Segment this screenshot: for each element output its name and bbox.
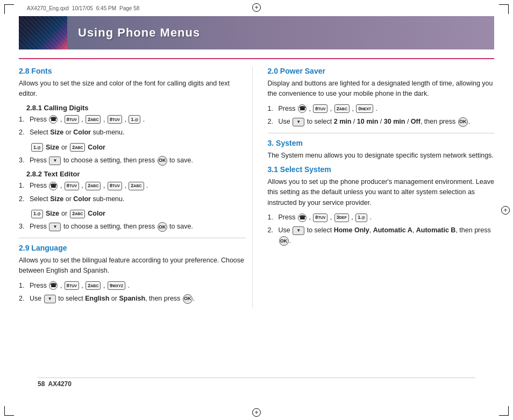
list-item: 2. Use ▼ to select 2 min / 10 min / 30 m… xyxy=(268,117,495,127)
page-footer: 58 AX4270 xyxy=(38,378,475,388)
list-item: 1. Press ☎ , 8TUV , 2ABC , 8TUV , 1.@ xyxy=(19,115,246,125)
section-2-0-intro: Display and buttons are lighted for a de… xyxy=(268,79,495,99)
key-2-color2: 2ABC xyxy=(70,210,85,218)
phone-key-ps: ☎ xyxy=(298,104,307,113)
section-2-0-heading: 2.0 Power Saver xyxy=(268,67,495,75)
section-2-9-heading: 2.9 Language xyxy=(19,244,246,252)
subsection-2-8-2-steps: 1. Press ☎ , 8TUV , 2ABC , 8TUV , 2ABC xyxy=(19,181,246,204)
separator-1 xyxy=(19,238,246,238)
phone-key-sys: ☎ xyxy=(298,213,307,222)
nav-key: ▼ xyxy=(49,156,61,165)
page-title: Using Phone Menus xyxy=(78,26,200,40)
list-item: 2. Use ▼ to select Home Only, Automatic … xyxy=(268,225,495,246)
list-item: 2. Use ▼ to select English or Spanish, t… xyxy=(19,294,246,304)
crop-mark-tr xyxy=(499,4,509,14)
subsection-2-8-1-step3: 3. Press ▼ to choose a setting, then pre… xyxy=(19,155,246,166)
list-item: 2. Select Size or Color sub-menu. xyxy=(19,194,246,204)
ok-key-2: OK xyxy=(158,222,167,232)
key-8-lang: 8TUV xyxy=(65,281,79,290)
crop-mark-tl xyxy=(4,4,14,14)
key-2-abc: 2ABC xyxy=(86,115,101,124)
header-image xyxy=(19,16,67,49)
ok-key-ps: OK xyxy=(458,117,468,127)
ok-key-lang: OK xyxy=(183,294,193,304)
nav-key-lang: ▼ xyxy=(44,295,56,303)
sub-item-2-8-2: 1.@ Size or 2ABC Color xyxy=(19,209,246,219)
section-2-9-steps: 1. Press ☎ , 8TUV , 2ABC , 9WXYZ . xyxy=(19,281,246,304)
list-item: 3. Press ▼ to choose a setting, then pre… xyxy=(19,155,246,166)
phone-key-lang: ☎ xyxy=(49,281,58,290)
key-8-3: 8TUV xyxy=(108,182,122,190)
section-2-8-heading: 2.8 Fonts xyxy=(19,67,246,75)
file-page: Page 58 xyxy=(119,5,139,11)
nav-key-2: ▼ xyxy=(49,223,61,231)
page-content: Using Phone Menus 2.8 Fonts Allows you t… xyxy=(19,16,494,404)
subsection-2-8-2-step3: 3. Press ▼ to choose a setting, then pre… xyxy=(19,222,246,232)
key-2-3: 2ABC xyxy=(129,182,144,190)
left-column: 2.8 Fonts Allows you to set the size and… xyxy=(19,67,253,308)
header-title-bar: Using Phone Menus xyxy=(67,16,494,49)
list-item: 2. Select Size or Color sub-menu. xyxy=(19,127,246,138)
key-1-at: 1.@ xyxy=(129,115,140,124)
crop-mark-bl xyxy=(4,406,14,416)
sub-item-2-8-1: 1.@ Size or 2ABC Color xyxy=(19,143,246,153)
key-3-sys: 3DEF xyxy=(334,213,349,222)
key-8-ps: 8TUV xyxy=(313,104,327,113)
header-image-overlay xyxy=(19,16,67,49)
section-2-8-intro: Allows you to set the size and color of … xyxy=(19,79,246,99)
subsection-2-8-1-steps: 1. Press ☎ , 8TUV , 2ABC , 8TUV , 1.@ xyxy=(19,115,246,138)
page-header: Using Phone Menus xyxy=(19,16,494,49)
list-item: 1. Press ☎ , 8TUV , 3DEF , 1.@ . xyxy=(268,212,495,223)
subsection-2-8-2-heading: 2.8.2 Text Editor xyxy=(19,170,246,178)
phone-key: ☎ xyxy=(49,115,58,124)
key-2-lang: 2ABC xyxy=(86,281,101,290)
list-item: 3. Press ▼ to choose a setting, then pre… xyxy=(19,222,246,232)
separator-2 xyxy=(268,133,495,133)
key-9-lang: 9WXYZ xyxy=(108,281,125,290)
key-8-tuv: 8TUV xyxy=(65,115,79,124)
page-outer: AX4270_Eng.qxd 10/17/05 6:45 PM Page 58 … xyxy=(0,0,513,420)
key-2-2: 2ABC xyxy=(86,182,101,190)
list-item: 1. Press ☎ , 8TUV , 2ABC , 9WXYZ . xyxy=(19,281,246,291)
key-8-sys: 8TUV xyxy=(313,213,327,222)
section-3-1-steps: 1. Press ☎ , 8TUV , 3DEF , 1.@ . xyxy=(268,212,495,246)
section-3-1-intro: Allows you to set up the phone producer'… xyxy=(268,177,495,208)
section-2-0-steps: 1. Press ☎ , 8TUV , 2ABC , 0NEXT . xyxy=(268,104,495,127)
reg-mark-top xyxy=(252,3,261,12)
nav-key-sys: ▼ xyxy=(293,226,304,235)
reg-mark-right xyxy=(501,206,510,215)
key-1-size: 1.@ xyxy=(31,143,43,152)
ok-key-sys: OK xyxy=(279,236,289,246)
file-date: 10/17/05 xyxy=(72,5,93,11)
header-rule xyxy=(19,58,494,59)
subsection-2-8-1-heading: 2.8.1 Calling Digits xyxy=(19,104,246,112)
ok-key: OK xyxy=(158,156,167,166)
list-item: 1. Press ☎ , 8TUV , 2ABC , 8TUV , 2ABC xyxy=(19,181,246,191)
section-3-1-heading: 3.1 Select System xyxy=(268,165,495,174)
section-2-9-intro: Allows you to set the bilingual feature … xyxy=(19,255,246,276)
key-8-tuv-2: 8TUV xyxy=(108,115,122,124)
key-1-size2: 1.@ xyxy=(31,210,43,218)
section-3-heading: 3. System xyxy=(268,139,495,147)
file-time: 6:45 PM xyxy=(96,5,116,11)
filename: AX4270_Eng.qxd xyxy=(27,5,69,11)
section-3-intro: The System menu allows you to designate … xyxy=(268,151,495,161)
crop-mark-br xyxy=(499,406,509,416)
key-2-color: 2ABC xyxy=(70,143,85,152)
phone-key-2: ☎ xyxy=(49,182,58,190)
file-info: AX4270_Eng.qxd 10/17/05 6:45 PM Page 58 xyxy=(27,5,139,11)
key-0-ps: 0NEXT xyxy=(356,104,373,113)
key-2-ps: 2ABC xyxy=(334,104,350,113)
key-1-sys: 1.@ xyxy=(355,213,367,222)
footer-page-num: 58 AX4270 xyxy=(38,380,72,388)
list-item: 1. Press ☎ , 8TUV , 2ABC , 0NEXT . xyxy=(268,104,495,114)
reg-mark-bottom xyxy=(252,408,261,417)
nav-key-ps: ▼ xyxy=(293,118,304,126)
two-col-layout: 2.8 Fonts Allows you to set the size and… xyxy=(19,67,494,308)
key-8-2: 8TUV xyxy=(65,182,79,190)
right-column: 2.0 Power Saver Display and buttons are … xyxy=(266,67,495,308)
